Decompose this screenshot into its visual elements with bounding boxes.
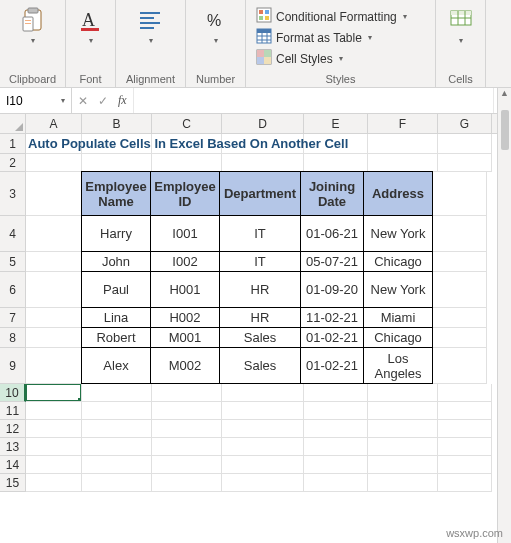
table-cell[interactable]: Robert	[81, 327, 151, 348]
cell[interactable]	[433, 216, 487, 252]
cell[interactable]	[438, 134, 492, 154]
cell[interactable]	[222, 402, 304, 420]
row-header[interactable]: 12	[0, 420, 26, 438]
cell[interactable]	[152, 474, 222, 492]
row-header[interactable]: 5	[0, 252, 26, 272]
table-cell[interactable]: Harry	[81, 215, 151, 252]
vertical-scrollbar[interactable]: ▲	[497, 88, 511, 543]
cell[interactable]	[222, 474, 304, 492]
row-header[interactable]: 2	[0, 154, 26, 172]
cell[interactable]	[304, 154, 368, 172]
table-header-cell[interactable]: Employee ID	[150, 171, 220, 216]
cell[interactable]	[26, 308, 82, 328]
table-cell[interactable]: Paul	[81, 271, 151, 308]
cell[interactable]	[26, 420, 82, 438]
cell[interactable]	[304, 456, 368, 474]
row-header[interactable]: 10	[0, 384, 26, 402]
scroll-up-icon[interactable]: ▲	[500, 88, 509, 98]
table-cell[interactable]: H002	[150, 307, 220, 328]
table-cell[interactable]: IT	[219, 251, 301, 272]
table-cell[interactable]: Los Angeles	[363, 347, 433, 384]
cell-styles-button[interactable]: Cell Styles ▾	[256, 49, 343, 68]
cell[interactable]	[222, 438, 304, 456]
table-cell[interactable]: New York	[363, 215, 433, 252]
cell[interactable]	[368, 384, 438, 402]
table-cell[interactable]: Lina	[81, 307, 151, 328]
cell[interactable]	[26, 438, 82, 456]
cell[interactable]	[433, 172, 487, 216]
table-cell[interactable]: IT	[219, 215, 301, 252]
cell[interactable]	[222, 154, 304, 172]
cell[interactable]	[304, 384, 368, 402]
cell[interactable]	[26, 456, 82, 474]
col-header[interactable]: A	[26, 114, 82, 133]
cell[interactable]	[368, 420, 438, 438]
row-header[interactable]: 9	[0, 348, 26, 384]
name-box-dropdown-icon[interactable]: ▾	[59, 96, 67, 105]
cell[interactable]	[82, 402, 152, 420]
cell[interactable]	[438, 438, 492, 456]
title-cell[interactable]: Auto Populate Cells In Excel Based On An…	[26, 134, 82, 154]
cell[interactable]	[222, 456, 304, 474]
select-all-button[interactable]	[0, 114, 26, 133]
col-header[interactable]: F	[368, 114, 438, 133]
formula-input[interactable]	[134, 88, 493, 113]
table-header-cell[interactable]: Joining Date	[300, 171, 364, 216]
cell[interactable]	[438, 456, 492, 474]
table-cell[interactable]: Sales	[219, 347, 301, 384]
table-header-cell[interactable]: Department	[219, 171, 301, 216]
cell[interactable]	[82, 420, 152, 438]
row-header[interactable]: 15	[0, 474, 26, 492]
clipboard-button[interactable]: ▾	[15, 4, 51, 47]
cell[interactable]	[82, 474, 152, 492]
col-header[interactable]: E	[304, 114, 368, 133]
cell[interactable]	[26, 272, 82, 308]
cells-button[interactable]: ▾	[443, 4, 479, 47]
cell[interactable]	[368, 134, 438, 154]
cell[interactable]	[368, 456, 438, 474]
row-header[interactable]: 6	[0, 272, 26, 308]
cell[interactable]	[152, 456, 222, 474]
cell[interactable]	[433, 252, 487, 272]
col-header[interactable]: D	[222, 114, 304, 133]
table-cell[interactable]: Sales	[219, 327, 301, 348]
cell[interactable]	[152, 154, 222, 172]
cell[interactable]	[438, 402, 492, 420]
fx-icon[interactable]: fx	[118, 93, 127, 108]
row-header[interactable]: 14	[0, 456, 26, 474]
table-cell[interactable]: 11-02-21	[300, 307, 364, 328]
alignment-button[interactable]: ▾	[133, 4, 169, 47]
row-header[interactable]: 3	[0, 172, 26, 216]
cell[interactable]	[304, 474, 368, 492]
row-header[interactable]: 7	[0, 308, 26, 328]
cell[interactable]	[82, 438, 152, 456]
cancel-icon[interactable]: ✕	[78, 94, 88, 108]
row-header[interactable]: 8	[0, 328, 26, 348]
table-header-cell[interactable]: Address	[363, 171, 433, 216]
table-header-cell[interactable]: Employee Name	[81, 171, 151, 216]
cell[interactable]	[304, 402, 368, 420]
name-box[interactable]: ▾	[0, 88, 72, 113]
cell[interactable]	[304, 420, 368, 438]
row-header[interactable]: 11	[0, 402, 26, 420]
cell[interactable]	[26, 348, 82, 384]
cell[interactable]	[26, 474, 82, 492]
cell[interactable]	[26, 402, 82, 420]
table-cell[interactable]: 01-02-21	[300, 347, 364, 384]
table-cell[interactable]: M002	[150, 347, 220, 384]
table-cell[interactable]: HR	[219, 271, 301, 308]
cell[interactable]	[26, 252, 82, 272]
cell[interactable]	[438, 384, 492, 402]
table-cell[interactable]: 01-06-21	[300, 215, 364, 252]
table-cell[interactable]: H001	[150, 271, 220, 308]
cell[interactable]	[82, 384, 152, 402]
cell[interactable]	[368, 154, 438, 172]
table-cell[interactable]: 01-09-20	[300, 271, 364, 308]
cell[interactable]	[368, 402, 438, 420]
cell[interactable]	[304, 438, 368, 456]
row-header[interactable]: 1	[0, 134, 26, 154]
active-cell[interactable]	[26, 384, 82, 402]
table-cell[interactable]: Chicago	[363, 251, 433, 272]
cell[interactable]	[82, 456, 152, 474]
name-box-input[interactable]	[4, 93, 59, 109]
